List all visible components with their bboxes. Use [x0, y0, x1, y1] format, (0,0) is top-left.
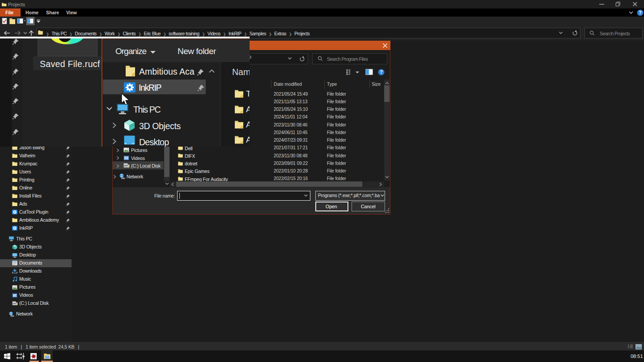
- svg-text:?: ?: [639, 10, 641, 15]
- svg-text:?: ?: [380, 70, 382, 75]
